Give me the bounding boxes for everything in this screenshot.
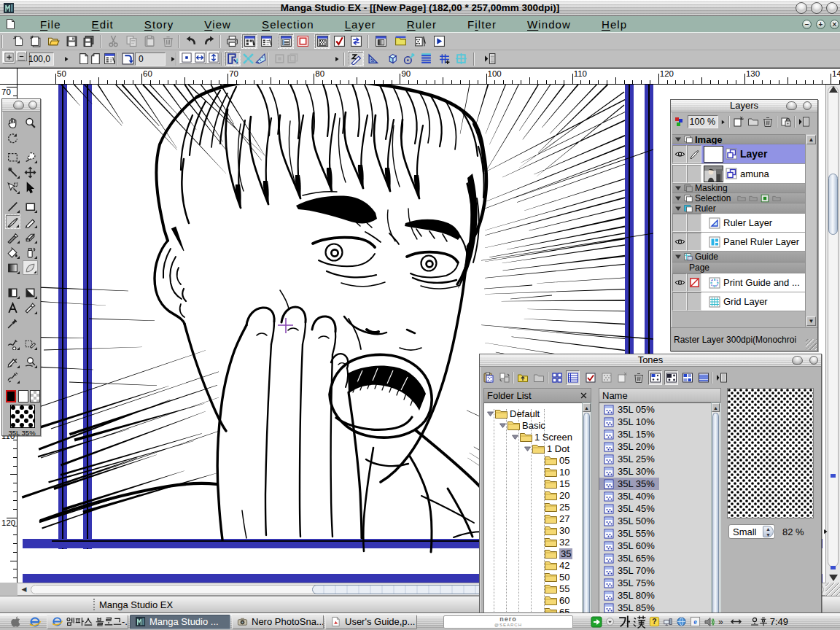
folder-tree-item[interactable]: 27 [537,513,569,524]
folder-tree-item[interactable]: Basic [499,419,545,431]
parallel-lines-button[interactable] [418,51,434,66]
menu-selection[interactable]: Selection [262,17,314,32]
layer-draw-toggle[interactable] [687,145,701,163]
folder-up-button[interactable] [516,370,529,385]
layer-group-ruler[interactable]: Ruler [672,203,806,214]
background-color-swatch[interactable] [18,390,28,402]
print-button[interactable] [224,34,240,49]
layer-print-toggle[interactable] [687,273,701,292]
list-view-button[interactable] [566,370,580,385]
task-users-guide[interactable]: User's Guide,p... [325,615,417,629]
grid-area-button[interactable] [453,51,469,66]
tray-overflow-chevron[interactable]: » [718,617,723,627]
panel-ruler-button[interactable] [252,51,268,66]
foreground-color-swatch[interactable] [6,390,16,402]
hand-tool[interactable] [5,115,20,130]
cut-button[interactable] [105,34,121,49]
maximize-button[interactable] [811,2,822,14]
close-button[interactable] [826,2,838,14]
layer-row-ruler-layer[interactable]: Ruler Layer [672,214,806,233]
tone-scroll-up[interactable]: ▲ [712,403,720,412]
tone-list-item[interactable]: 35L 60% [599,540,720,552]
toggle-properties-palette-button[interactable] [331,34,347,49]
zoom-menu-arrow[interactable] [61,52,71,66]
layer-row-print-guide[interactable]: Print Guide and ... [672,273,806,292]
save-button[interactable] [63,34,79,49]
folder-tree-item[interactable]: 42 [537,559,569,571]
close-folder-pane-icon[interactable] [580,392,588,400]
folder-tree-item[interactable]: 50 [537,571,569,583]
tone-list-item[interactable]: 35L 80% [599,589,720,602]
vertical-scrollbar-thumb[interactable] [828,174,838,235]
tone-list-item[interactable]: 35L 15% [599,428,720,440]
zoom-value[interactable]: 100,0 [29,52,54,66]
current-tone-swatch[interactable] [10,405,35,428]
fill-tool[interactable] [5,245,20,260]
ime-hanja-indicator[interactable] [633,615,646,629]
menu-ruler[interactable]: Ruler [407,17,437,32]
tone-list-item[interactable]: 35L 75% [599,577,720,589]
layer-color-mode-icon[interactable] [672,114,686,129]
grid-button[interactable] [436,51,452,66]
eyedropper-tool[interactable] [5,316,20,330]
menu-layer[interactable]: Layer [345,17,376,32]
layers-scroll-down[interactable]: ▼ [806,316,816,326]
toggle-layers-palette-button[interactable] [278,34,294,49]
layer-draw-toggle[interactable] [687,292,701,311]
text-tool[interactable] [5,300,20,315]
lasso-tool[interactable] [23,149,38,164]
minimize-button[interactable] [796,2,807,14]
fit-width-button[interactable] [192,51,206,64]
menu-story[interactable]: Story [144,17,174,32]
menu-edit[interactable]: Edit [92,17,114,32]
layer-thumbnail[interactable] [704,166,723,182]
layer-opacity-value[interactable]: 100 % [688,115,718,128]
panel-diagonal-tool[interactable] [23,285,38,300]
task-manga-studio[interactable]: Manga Studio ... [130,615,230,629]
pen-ruler-button[interactable] [348,51,364,66]
tone-apply-button[interactable] [583,370,597,385]
layers-scrollbar[interactable]: ▲ ▼ [805,134,816,327]
layer-visibility-toggle[interactable] [672,145,687,163]
folder-new-button[interactable] [532,370,545,385]
folder-scrollbar-thumb[interactable] [583,413,590,624]
start-button[interactable] [0,615,29,628]
folder-tree-item[interactable]: 05 [537,454,569,466]
tone-list-item[interactable]: 35L 20% [599,440,720,453]
mdi-close-button[interactable]: × [830,20,839,29]
layers-palette-titlebar[interactable]: Layers [671,100,817,112]
actual-size-button[interactable] [179,51,193,64]
folder-scrollbar[interactable]: ▲ [582,402,591,626]
tools-palette-collapse-button[interactable] [13,101,24,109]
tone-list-item[interactable]: 35L 35% [599,478,720,490]
scroll-down-arrow[interactable] [829,575,838,581]
show-sample-toggle[interactable] [664,370,678,385]
tone-list-item[interactable]: 35L 55% [599,527,720,540]
new-layer-button[interactable] [731,114,745,129]
toggle-story-palette-button[interactable] [258,34,274,49]
layer-group-guide[interactable]: Guide [672,252,806,262]
new-layer-folder-button[interactable] [746,114,760,129]
actions-button[interactable] [431,34,447,49]
delete-tone-button[interactable] [631,370,645,385]
delete-layer-button[interactable] [761,114,774,129]
save-all-button[interactable] [80,34,96,49]
toggle-navigator-palette-button[interactable] [295,34,311,49]
layer-opacity-arrow[interactable] [718,114,727,129]
lock-layer-button[interactable] [779,114,793,129]
size-stepper[interactable]: ▲▼ [763,526,774,537]
tone-list-item[interactable]: 35L 70% [599,564,720,577]
rotate-tool[interactable] [5,131,20,145]
scroll-up-arrow[interactable] [829,86,838,93]
selection-new-icon[interactable] [760,193,770,203]
layer-visibility-toggle[interactable] [672,292,687,311]
selection-load-icon[interactable] [748,193,758,203]
zoom-tool[interactable] [23,115,38,130]
thumbnail-view-button[interactable] [550,370,564,385]
collapse-triangle-icon[interactable] [675,185,681,191]
move-tool[interactable] [23,165,38,179]
task-nero-photosnap[interactable]: Nero PhotoSna... [232,615,324,629]
expand-triangle-icon[interactable] [499,422,506,429]
frame-move-button[interactable] [284,51,300,66]
new-story-button[interactable] [27,34,43,49]
